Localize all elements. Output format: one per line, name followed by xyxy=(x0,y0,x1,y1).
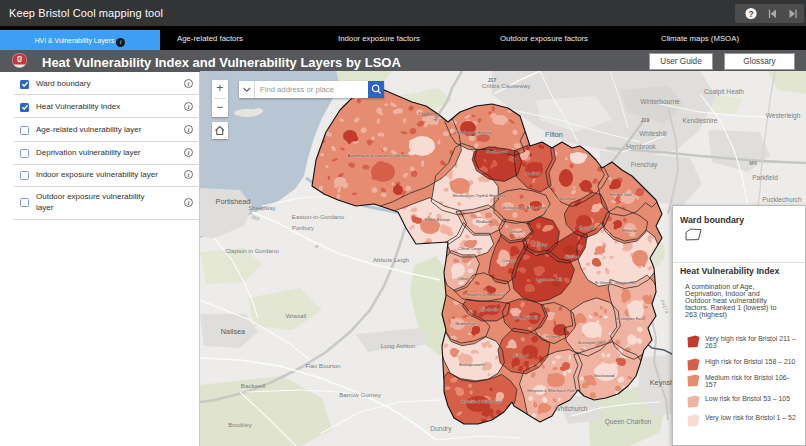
svg-text:Bishopston & Ashley Down: Bishopston & Ashley Down xyxy=(503,205,550,210)
svg-text:Kendleshire: Kendleshire xyxy=(683,117,718,124)
svg-text:Winterbourne: Winterbourne xyxy=(640,98,680,105)
svg-text:Portishead: Portishead xyxy=(216,197,251,206)
svg-text:J17: J17 xyxy=(488,77,497,83)
svg-text:Whitchurch: Whitchurch xyxy=(555,405,588,412)
svg-text:Barrow Gurney: Barrow Gurney xyxy=(339,391,382,398)
svg-text:Bedminster: Bedminster xyxy=(455,321,477,326)
svg-text:Hillfields: Hillfields xyxy=(622,228,638,233)
svg-text:Bishopsworth: Bishopsworth xyxy=(459,362,485,367)
svg-text:Frenchay: Frenchay xyxy=(631,161,658,169)
svg-text:Clapton in Gordano: Clapton in Gordano xyxy=(225,247,279,254)
svg-text:Abbots Leigh: Abbots Leigh xyxy=(373,256,410,263)
svg-text:J19: J19 xyxy=(641,117,650,123)
svg-text:Filton: Filton xyxy=(545,130,563,139)
svg-text:Hartcliffe & Withywood: Hartcliffe & Withywood xyxy=(461,399,500,404)
svg-text:Frome Vale: Frome Vale xyxy=(610,192,632,197)
svg-text:Southmead: Southmead xyxy=(486,149,509,154)
svg-text:Clifton: Clifton xyxy=(457,276,470,281)
svg-text:Brislington East: Brislington East xyxy=(616,316,644,321)
svg-text:Henbury & Brentry: Henbury & Brentry xyxy=(456,130,492,135)
svg-text:Southville: Southville xyxy=(481,307,500,312)
svg-text:Stoke Bishop: Stoke Bishop xyxy=(424,217,450,222)
svg-text:M4: M4 xyxy=(749,160,757,166)
svg-text:Stockwood: Stockwood xyxy=(593,373,615,378)
svg-text:Westerleigh: Westerleigh xyxy=(766,112,801,120)
svg-text:Nailsea: Nailsea xyxy=(221,327,246,336)
svg-text:Easton-in-Gordano: Easton-in-Gordano xyxy=(292,213,345,220)
svg-text:Windmill Hill: Windmill Hill xyxy=(514,315,537,320)
svg-text:?: ? xyxy=(748,9,754,19)
svg-text:Whiteshill: Whiteshill xyxy=(639,130,666,137)
svg-text:Clifton Down: Clifton Down xyxy=(458,246,483,251)
svg-text:Filwood: Filwood xyxy=(514,353,529,358)
svg-text:Long Ashton: Long Ashton xyxy=(381,342,416,349)
svg-text:Cotham: Cotham xyxy=(507,229,522,234)
svg-text:Coalpit Heath: Coalpit Heath xyxy=(704,88,744,96)
svg-text:St George Troopers Hill: St George Troopers Hill xyxy=(595,280,636,285)
svg-text:Portbury: Portbury xyxy=(292,225,314,231)
svg-text:Hambrook: Hambrook xyxy=(626,143,656,150)
svg-text:Dundry: Dundry xyxy=(430,425,452,433)
svg-text:Flax Bourton: Flax Bourton xyxy=(305,362,341,369)
svg-text:Backwell: Backwell xyxy=(241,382,265,389)
svg-text:Brockley: Brockley xyxy=(228,421,253,428)
svg-text:Easton: Easton xyxy=(565,254,579,259)
svg-text:Central: Central xyxy=(502,258,516,263)
svg-text:Eastville: Eastville xyxy=(579,225,596,230)
svg-text:Knowle: Knowle xyxy=(546,334,561,339)
svg-text:Lawrence Hill: Lawrence Hill xyxy=(536,277,562,282)
svg-text:Ashley: Ashley xyxy=(535,242,549,247)
svg-text:Sheepway: Sheepway xyxy=(248,205,275,211)
svg-text:Hengrove & Whitchurch Park: Hengrove & Whitchurch Park xyxy=(527,389,575,393)
svg-text:Cribbs Causeway: Cribbs Causeway xyxy=(482,82,531,89)
svg-text:Lockleaze: Lockleaze xyxy=(557,196,577,201)
svg-text:Westbury-on-Trym & Henleaze: Westbury-on-Trym & Henleaze xyxy=(452,193,505,198)
svg-text:Hotwells & Harbourside: Hotwells & Harbourside xyxy=(467,292,508,297)
svg-text:Parkfield: Parkfield xyxy=(752,174,778,181)
svg-text:Pucklechurch: Pucklechurch xyxy=(762,196,802,203)
svg-text:Brislington West: Brislington West xyxy=(578,340,607,345)
svg-text:Wraxall: Wraxall xyxy=(286,312,307,319)
svg-text:Queen Charlton: Queen Charlton xyxy=(605,418,652,426)
svg-text:Avonmouth & Lawrence Weston: Avonmouth & Lawrence Weston xyxy=(347,153,409,158)
svg-text:Redland: Redland xyxy=(476,219,493,224)
svg-text:Horfield: Horfield xyxy=(526,171,541,176)
